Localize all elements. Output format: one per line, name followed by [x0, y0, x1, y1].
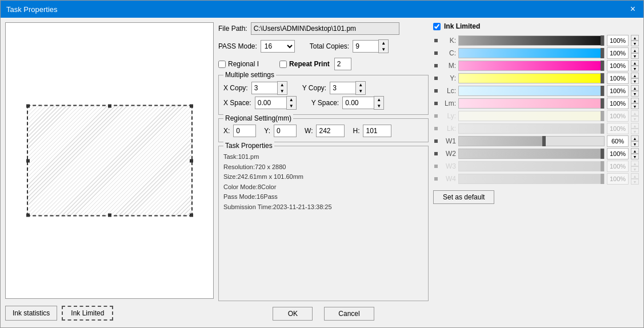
regional-checkbox-row: Regional I — [218, 60, 259, 68]
ink-down-w1[interactable]: ▼ — [631, 141, 639, 147]
repeat-print-input[interactable] — [334, 58, 351, 70]
x-copy-down[interactable]: ▼ — [278, 88, 287, 94]
total-copies-input[interactable] — [353, 40, 378, 53]
ink-slider-thumb-lc[interactable] — [601, 86, 604, 96]
x-copy-up[interactable]: ▲ — [278, 82, 287, 88]
ink-slider-thumb-c[interactable] — [601, 48, 604, 58]
file-path-input[interactable] — [251, 22, 399, 35]
ink-down-k[interactable]: ▼ — [631, 41, 639, 46]
ink-down-w2[interactable]: ▼ — [631, 154, 639, 159]
ink-percent-lc[interactable] — [607, 85, 629, 97]
set-as-default-container: Set as default — [433, 190, 639, 204]
pass-mode-row: PASS Mode: 16 8 32 Total Copies: ▲ ▼ — [218, 39, 429, 53]
ink-channel-y: Y: ▲ ▼ — [433, 72, 639, 85]
w-input[interactable] — [316, 125, 345, 137]
multiple-settings-title: Multiple settings — [223, 71, 276, 79]
set-as-default-button[interactable]: Set as default — [433, 190, 494, 204]
ink-slider-thumb-w1[interactable] — [542, 136, 546, 146]
ink-slider-thumb-k[interactable] — [601, 35, 604, 46]
ink-dot-lk — [434, 127, 438, 130]
ink-up-lc[interactable]: ▲ — [631, 85, 639, 91]
task-info-color: Color Mode:8Color — [223, 182, 423, 193]
ink-percent-w4 — [607, 173, 629, 185]
y-input[interactable] — [274, 125, 297, 137]
ink-slider-thumb-w2[interactable] — [601, 149, 604, 159]
cancel-button[interactable]: Cancel — [324, 307, 374, 321]
x-space-up[interactable]: ▲ — [287, 97, 296, 103]
total-copies-up[interactable]: ▲ — [379, 40, 388, 46]
ink-up-c[interactable]: ▲ — [631, 47, 639, 53]
ink-limited-button[interactable]: Ink Limited — [62, 306, 113, 321]
y-copy-up[interactable]: ▲ — [356, 82, 365, 88]
ink-down-lc[interactable]: ▼ — [631, 91, 639, 97]
y-copy-down[interactable]: ▼ — [356, 88, 365, 94]
x-space-input[interactable] — [255, 97, 286, 109]
regional-checkbox[interactable] — [218, 61, 226, 68]
ink-label-lc: Lc: — [440, 87, 456, 95]
total-copies-down[interactable]: ▼ — [379, 46, 388, 53]
xy-space-row: X Space: ▲ ▼ Y Space: ▲ — [223, 96, 423, 110]
ink-down-c[interactable]: ▼ — [631, 53, 639, 59]
y-space-down[interactable]: ▼ — [374, 103, 383, 109]
xy-copy-row: X Copy: ▲ ▼ Y Copy: ▲ — [223, 81, 423, 95]
preview-box — [5, 22, 214, 299]
ink-slider-fill-c — [459, 49, 604, 58]
ink-percent-w2[interactable] — [607, 148, 629, 159]
ink-channel-c: C: ▲ ▼ — [433, 47, 639, 59]
y-space-spinner: ▲ ▼ — [342, 96, 384, 110]
ink-down-lm[interactable]: ▼ — [631, 103, 639, 109]
ink-down-y[interactable]: ▼ — [631, 78, 639, 84]
y-space-up[interactable]: ▲ — [374, 97, 383, 103]
handle-mr — [190, 159, 193, 162]
x-space-down[interactable]: ▼ — [287, 103, 296, 109]
ink-up-w2[interactable]: ▲ — [631, 148, 639, 154]
ink-percent-y[interactable] — [607, 73, 629, 84]
file-path-row: File Path: — [218, 22, 429, 35]
ink-percent-lm[interactable] — [607, 98, 629, 109]
pass-mode-select[interactable]: 16 8 32 — [261, 40, 295, 53]
ink-slider-thumb-lm[interactable] — [601, 98, 604, 109]
ink-percent-w1[interactable] — [607, 135, 629, 147]
repeat-print-checkbox[interactable] — [279, 61, 287, 68]
ink-slider-fill-ly — [459, 111, 604, 121]
ink-slider-fill-w4 — [459, 174, 604, 183]
x-input[interactable] — [233, 125, 256, 137]
ink-down-m[interactable]: ▼ — [631, 66, 639, 71]
ink-slider-container-w3 — [458, 161, 605, 171]
ink-up-w1[interactable]: ▲ — [631, 135, 639, 141]
ink-slider-container-lm — [458, 98, 605, 109]
ink-up-y[interactable]: ▲ — [631, 73, 639, 78]
ink-channel-w3: W3 ▲ ▼ — [433, 160, 639, 173]
ink-dot-w1 — [434, 139, 438, 143]
ink-channel-lm: Lm: ▲ ▼ — [433, 97, 639, 110]
ink-slider-thumb-y[interactable] — [601, 73, 604, 83]
ink-channel-lc: Lc: ▲ ▼ — [433, 85, 639, 97]
ink-limited-checkbox[interactable] — [433, 23, 441, 30]
ink-dot-k — [434, 39, 438, 42]
y-space-input[interactable] — [342, 97, 374, 109]
y-copy-input[interactable] — [330, 82, 355, 94]
ink-up-w3: ▲ — [631, 161, 639, 166]
h-input[interactable] — [363, 125, 391, 137]
ink-up-k[interactable]: ▲ — [631, 35, 639, 41]
ink-statistics-button[interactable]: Ink statistics — [5, 306, 57, 321]
ink-percent-c[interactable] — [607, 47, 629, 59]
ink-percent-k[interactable] — [607, 35, 629, 46]
ink-slider-thumb-m[interactable] — [601, 61, 604, 71]
close-button[interactable]: × — [628, 5, 638, 14]
preview-panel: Ink statistics Ink Limited — [5, 22, 214, 323]
ink-up-lm[interactable]: ▲ — [631, 98, 639, 103]
handle-bm — [108, 214, 111, 217]
xywh-row: X: Y: W: H: — [223, 125, 423, 137]
ink-up-m[interactable]: ▲ — [631, 60, 639, 66]
ink-channel-lk: Lk: ▲ ▼ — [433, 122, 639, 135]
ink-slider-container-lc — [458, 86, 605, 96]
middle-panel: File Path: PASS Mode: 16 8 32 Total Copi… — [218, 22, 429, 323]
handle-ml — [26, 159, 30, 162]
ink-percent-m[interactable] — [607, 60, 629, 71]
y-label: Y: — [264, 127, 270, 135]
ink-slider-fill-k — [459, 36, 604, 45]
ink-panel: Ink Limited K: ▲ ▼ C: ▲ ▼ M: — [433, 22, 639, 323]
ok-button[interactable]: OK — [273, 307, 313, 321]
x-copy-input[interactable] — [251, 82, 277, 94]
